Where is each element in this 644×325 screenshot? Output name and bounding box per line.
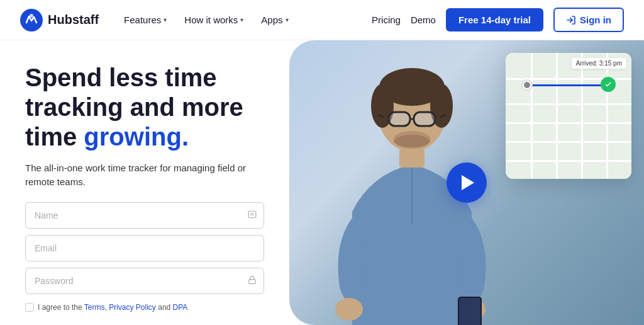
map-road-h5 — [506, 160, 631, 162]
privacy-link[interactable]: Privacy Policy — [109, 303, 156, 312]
nav-apps[interactable]: Apps ▾ — [253, 9, 296, 30]
brand-name: Hubstaff — [48, 13, 99, 27]
email-input[interactable] — [25, 235, 264, 261]
logo[interactable]: Hubstaff — [20, 9, 99, 31]
terms-text: I agree to the Terms, Privacy Policy and… — [38, 303, 187, 312]
svg-rect-22 — [399, 149, 425, 168]
terms-link[interactable]: Terms — [84, 303, 105, 312]
map-road-h3 — [506, 122, 631, 124]
nav-features[interactable]: Features ▾ — [116, 9, 174, 30]
password-field-wrap — [25, 268, 264, 294]
signin-button[interactable]: Sign in — [553, 8, 624, 32]
left-panel: Spend less time tracking and more time g… — [0, 40, 289, 325]
terms-row: I agree to the Terms, Privacy Policy and… — [25, 303, 264, 312]
svg-rect-12 — [414, 112, 435, 126]
how-it-works-chevron-icon: ▾ — [240, 16, 243, 23]
hero-subtitle: The all-in-one work time tracker for man… — [25, 161, 252, 190]
map-road-h4 — [506, 141, 631, 143]
password-input-icon — [248, 275, 257, 286]
right-panel: Arrived: 3:15 pm — [289, 40, 644, 325]
play-button[interactable] — [447, 162, 487, 203]
svg-point-18 — [335, 298, 363, 321]
nav-how-it-works[interactable]: How it works ▾ — [177, 9, 251, 30]
features-chevron-icon: ▾ — [164, 16, 167, 23]
svg-point-17 — [394, 135, 430, 147]
name-input[interactable] — [25, 202, 264, 229]
hero-title: Spend less time tracking and more time g… — [25, 63, 264, 152]
main-content: Spend less time tracking and more time g… — [0, 40, 644, 325]
signup-form: I agree to the Terms, Privacy Policy and… — [25, 202, 264, 312]
name-field-wrap — [25, 202, 264, 229]
nav-right: Pricing Demo Free 14-day trial Sign in — [372, 8, 624, 32]
play-icon — [462, 175, 474, 190]
map-road-v4 — [606, 53, 608, 179]
terms-checkbox[interactable] — [25, 303, 34, 312]
signin-icon — [566, 15, 576, 25]
map-road-v3 — [581, 53, 583, 179]
svg-rect-6 — [249, 279, 256, 283]
map-road-v2 — [556, 53, 558, 179]
svg-point-1 — [30, 14, 33, 18]
trial-button[interactable]: Free 14-day trial — [446, 8, 543, 31]
map-card: Arrived: 3:15 pm — [506, 53, 631, 179]
navbar: Hubstaff Features ▾ How it works ▾ Apps … — [0, 0, 644, 40]
hubstaff-logo-icon — [20, 9, 43, 31]
apps-chevron-icon: ▾ — [286, 16, 289, 23]
nav-links: Features ▾ How it works ▾ Apps ▾ — [116, 9, 372, 30]
name-input-icon — [248, 210, 257, 220]
map-road-h2 — [506, 103, 631, 105]
map-pin-start-inner — [524, 82, 530, 88]
dpa-link[interactable]: DPA — [173, 303, 188, 312]
map-pin-start — [521, 79, 533, 91]
email-field-wrap — [25, 235, 264, 261]
arrived-label: Arrived: 3:15 pm — [572, 58, 626, 69]
nav-demo[interactable]: Demo — [411, 14, 436, 25]
svg-rect-21 — [459, 298, 480, 325]
map-route — [525, 84, 613, 86]
map-pin-end — [601, 77, 616, 92]
map-inner: Arrived: 3:15 pm — [506, 53, 631, 179]
password-input[interactable] — [25, 268, 264, 294]
svg-rect-11 — [389, 112, 410, 126]
nav-pricing[interactable]: Pricing — [372, 14, 401, 25]
map-road-v1 — [531, 53, 533, 179]
